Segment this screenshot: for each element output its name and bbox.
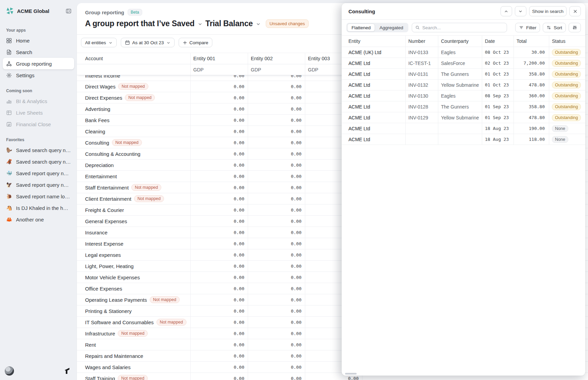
sort-label: Sort [554, 25, 562, 30]
chevron-down-icon[interactable] [256, 22, 261, 27]
panel-search[interactable] [412, 23, 507, 32]
cell-value: 0.00 [248, 75, 305, 81]
not-mapped-badge: Not mapped [118, 375, 148, 380]
cell-value: 0.00 [191, 362, 248, 373]
sidebar-item-financial-close[interactable]: Financial Close [3, 118, 74, 130]
view-name-title[interactable]: Trial Balance [206, 19, 253, 28]
favorite-label: Another one [16, 217, 44, 222]
account-name: Direct Expenses [85, 95, 122, 101]
cell-total: 30.00 [514, 47, 549, 57]
cell-entity: ACME Ltd [342, 90, 406, 101]
table-row[interactable]: ACME Ltd 18 Aug 23 118.00 None [342, 134, 585, 145]
report-name-title[interactable]: A group report that I’ve Saved [85, 19, 195, 28]
sidebar-item-label: Live Sheets [16, 110, 43, 116]
table-row[interactable]: ACME Ltd INV-0130 Eagles 08 Sep 23 360.0… [342, 90, 585, 101]
favorite-item[interactable]: 🦅 Saved report query name l... [3, 179, 74, 191]
sidebar-item-search[interactable]: Search [3, 46, 74, 58]
tab-aggregated[interactable]: Aggregated [375, 23, 408, 32]
table-row[interactable]: ACME Ltd INV-0128 The Gunners 01 Sep 23 … [342, 101, 585, 112]
sidebar-item-settings[interactable]: Settings [3, 69, 74, 81]
crab-emoji-icon: 🦀 [6, 217, 12, 222]
next-row-button[interactable] [515, 6, 526, 16]
tab-flattened[interactable]: Flattened [347, 23, 375, 32]
apps-nav: Home Search Group reporting [0, 35, 77, 81]
cell-value: 0.00 [191, 305, 248, 316]
column-header-counterparty[interactable]: Counterparty [438, 36, 482, 47]
cell-date: 01 Sep 23 [482, 101, 514, 112]
cell-value: 0.00 [248, 148, 305, 159]
cell-value: 0.00 [191, 160, 248, 170]
column-header-entity[interactable]: Entity [342, 36, 406, 47]
column-header-total[interactable]: Total [514, 36, 549, 47]
cell-value: 0.00 [191, 328, 248, 339]
sidebar-item-label: Settings [16, 72, 34, 78]
filter-button[interactable]: Filter [515, 23, 540, 32]
column-header-entity-002[interactable]: Entity 002 [248, 53, 305, 64]
column-header-entity-001[interactable]: Entity 001 [191, 53, 248, 64]
favorite-item[interactable]: 🦧 Saved search query name l... [3, 156, 74, 167]
table-row[interactable]: ACME Ltd INV-0132 Yellow Submarine 01 Oc… [342, 80, 585, 90]
cell-date: 18 Aug 23 [482, 134, 514, 145]
date-filter-button[interactable]: As at 30 Oct 23 [121, 38, 175, 47]
column-header-date[interactable]: Date [482, 36, 514, 47]
favorite-item[interactable]: 🐴 Is DJ Khaled in the house? [3, 202, 74, 214]
cell-counterparty: The Gunners [438, 101, 482, 112]
cell-entity: ACME Ltd [342, 134, 406, 145]
sort-arrows-icon [546, 25, 551, 30]
account-name: Light, Power, Heating [85, 263, 134, 269]
table-row[interactable]: ACME (UK) Ltd INV-0133 Eagles 08 Oct 23 … [342, 47, 585, 58]
collapse-sidebar-icon[interactable] [66, 8, 71, 14]
sidebar-item-live-sheets[interactable]: Live Sheets [3, 107, 74, 118]
sidebar-item-bi-analytics[interactable]: BI & Analytics [3, 95, 74, 107]
compare-button[interactable]: Compare [179, 38, 213, 47]
cell-value: 0.00 [191, 373, 248, 380]
close-icon [573, 9, 577, 14]
favorite-item[interactable]: 🐌 Saved report name lorem i... [3, 191, 74, 202]
cell-value: 0.00 [191, 227, 248, 238]
account-name: Printing & Stationery [85, 308, 132, 314]
cell-counterparty: Yellow Submarine [438, 112, 482, 123]
chevron-down-icon [166, 41, 170, 45]
previous-row-button[interactable] [501, 6, 512, 16]
account-name: Freight & Courier [85, 207, 124, 213]
chevron-down-icon[interactable] [198, 22, 202, 27]
close-panel-button[interactable] [569, 6, 581, 16]
favorite-label: Saved report name lorem i... [16, 194, 71, 199]
horizontal-scrollbar-thumb[interactable] [345, 373, 357, 375]
show-in-search-button[interactable]: Show in search [529, 6, 567, 16]
cell-value: 0.00 [248, 294, 305, 305]
status-badge: None [552, 136, 568, 143]
table-row[interactable]: ACME Ltd 18 Aug 23 190.00 None [342, 123, 585, 134]
user-avatar[interactable] [5, 366, 14, 376]
sidebar-item-label: Group reporting [16, 61, 52, 67]
search-input[interactable] [422, 25, 504, 30]
table-row[interactable]: ACME Ltd IC-TEST-1 SalesForce 02 Oct 23 … [342, 58, 585, 69]
favorite-item[interactable]: 🦫 Saved search query name [3, 144, 74, 156]
cell-entity: ACME Ltd [342, 80, 406, 90]
transactions-rows: ACME (UK) Ltd INV-0133 Eagles 08 Oct 23 … [342, 47, 585, 145]
favorite-item[interactable]: 🐳 Saved report query name [3, 167, 74, 179]
chevron-down-icon [518, 9, 523, 14]
cell-value: 0.00 [248, 103, 305, 114]
account-name: Advertising [85, 106, 110, 112]
sidebar-item-home[interactable]: Home [3, 35, 74, 46]
cell-value: 0.00 [191, 103, 248, 114]
column-header-number[interactable]: Number [406, 36, 438, 47]
table-row[interactable]: ACME Ltd INV-0131 The Gunners 01 Oct 23 … [342, 69, 585, 80]
sidebar-item-group-reporting[interactable]: Group reporting [3, 58, 74, 69]
table-row[interactable]: ACME Ltd INV-0129 Yellow Submarine 01 Se… [342, 112, 585, 123]
cell-date: 08 Sep 23 [482, 90, 514, 101]
cell-counterparty: The Gunners [438, 69, 482, 79]
column-header-status[interactable]: Status [549, 36, 585, 47]
column-header-account[interactable]: Account [77, 53, 191, 64]
column-settings-button[interactable] [569, 23, 581, 32]
favorite-item[interactable]: 🦀 Another one [3, 214, 74, 225]
entities-filter-button[interactable]: All entities [81, 38, 117, 47]
sort-button[interactable]: Sort [543, 23, 566, 32]
cell-date: 01 Sep 23 [482, 112, 514, 123]
cell-value: 0.00 [248, 261, 305, 271]
cell-total: 478.80 [514, 80, 549, 90]
cell-counterparty: Eagles [438, 47, 482, 57]
account-name: Rent [85, 342, 96, 348]
cell-value: 0.00 [191, 249, 248, 260]
